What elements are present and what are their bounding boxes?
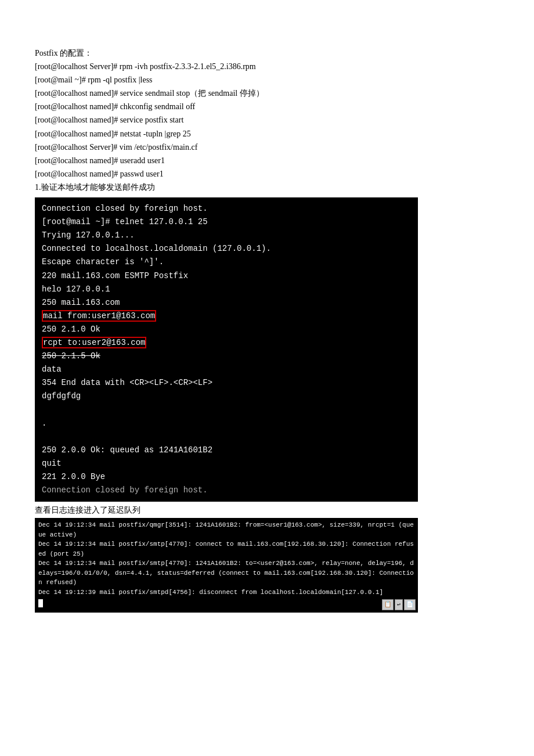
term-line-16: . — [42, 417, 411, 430]
log-line-2: Dec 14 19:12:34 mail postfix/smtp[4770]:… — [38, 559, 414, 588]
queue-label: 查看日志连接进入了延迟队列 — [35, 505, 499, 516]
intro-line-2: [root@mail ~]# rpm -ql postfix |less — [35, 73, 499, 87]
toolbar-icon-2[interactable]: ↩ — [395, 599, 403, 610]
log-toolbar[interactable]: 📋 ↩ 📄 — [382, 599, 416, 610]
red-box-rcpt-to: rcpt to:user2@163.com — [42, 337, 146, 348]
term-line-2: Trying 127.0.0.1... — [42, 229, 411, 242]
terminal-block: Connection closed by foreign host. [root… — [35, 197, 418, 502]
term-line-6: helo 127.0.0.1 — [42, 283, 411, 296]
term-line-1: [root@mail ~]# telnet 127.0.0.1 25 — [42, 215, 411, 229]
term-line-19: quit — [42, 457, 411, 470]
term-line-7: 250 mail.163.com — [42, 296, 411, 309]
term-line-12: data — [42, 363, 411, 376]
term-line-13: 354 End data with <CR><LF>.<CR><LF> — [42, 376, 411, 390]
log-line-0: Dec 14 19:12:34 mail postfix/qmgr[3514]:… — [38, 520, 414, 539]
cursor-line — [38, 597, 414, 610]
intro-line-10: 1.验证本地域才能够发送邮件成功 — [35, 181, 499, 194]
red-box-mail-from: mail from:user1@163.com — [42, 310, 156, 322]
intro-line-7: [root@localhost Server]# vim /etc/postfi… — [35, 141, 499, 154]
intro-line-5: [root@localhost named]# service postfix … — [35, 113, 499, 127]
intro-line-6: [root@localhost named]# netstat -tupln |… — [35, 127, 499, 141]
log-line-3: Dec 14 19:12:39 mail postfix/smtpd[4756]… — [38, 588, 414, 597]
log-line-1: Dec 14 19:12:34 mail postfix/smtp[4770]:… — [38, 539, 414, 559]
intro-line-8: [root@localhost named]# useradd user1 — [35, 154, 499, 167]
intro-line-3: [root@localhost named]# service sendmail… — [35, 87, 499, 100]
intro-section: Postfix 的配置： [root@localhost Server]# rp… — [35, 46, 499, 194]
toolbar-icon-1[interactable]: 📋 — [382, 599, 394, 610]
term-line-15 — [42, 403, 411, 416]
term-line-3: Connected to localhost.localdomain (127.… — [42, 242, 411, 255]
term-line-18: 250 2.0.0 Ok: queued as 1241A1601B2 — [42, 444, 411, 457]
term-line-5: 220 mail.163.com ESMTP Postfix — [42, 269, 411, 283]
log-block: Dec 14 19:12:34 mail postfix/qmgr[3514]:… — [35, 518, 418, 613]
term-line-0: Connection closed by foreign host. — [42, 202, 411, 215]
term-line-17 — [42, 430, 411, 444]
term-line-4: Escape character is '^]'. — [42, 255, 411, 269]
term-line-20: 221 2.0.0 Bye — [42, 470, 411, 484]
toolbar-icon-3[interactable]: 📄 — [404, 599, 416, 610]
term-line-21: Connection closed by foreign host. — [42, 484, 411, 497]
term-line-11: 250 2.1.5 Ok — [42, 350, 411, 363]
intro-line-0: Postfix 的配置： — [35, 46, 499, 60]
intro-line-9: [root@localhost named]# passwd user1 — [35, 167, 499, 181]
intro-line-1: [root@localhost Server]# rpm -ivh postfi… — [35, 60, 499, 73]
intro-line-4: [root@localhost named]# chkconfig sendma… — [35, 100, 499, 113]
term-line-14: dgfdgfdg — [42, 390, 411, 403]
term-line-10: rcpt to:user2@163.com — [42, 336, 411, 350]
terminal-cursor — [38, 599, 43, 607]
term-line-8: mail from:user1@163.com — [42, 309, 411, 323]
term-line-9: 250 2.1.0 Ok — [42, 323, 411, 336]
